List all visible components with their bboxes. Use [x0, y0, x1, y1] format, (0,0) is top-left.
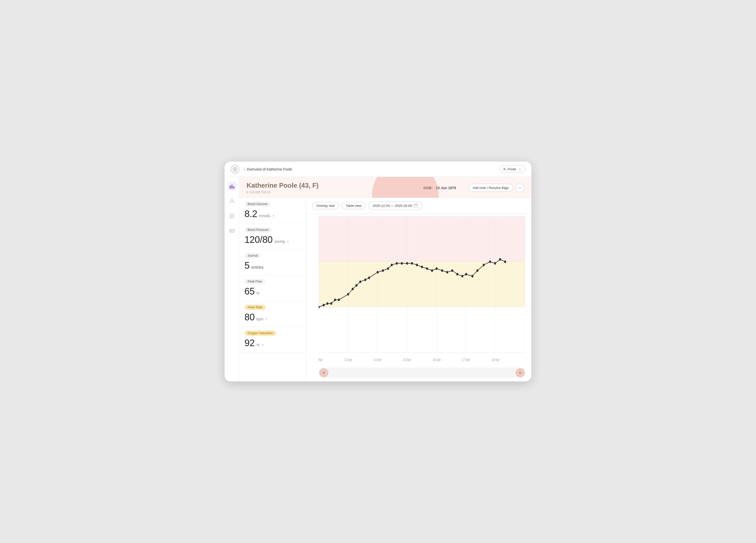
svg-rect-16 — [414, 204, 418, 207]
scroll-handle-right[interactable]: ⦿ — [516, 368, 525, 377]
app-logo — [231, 165, 239, 174]
svg-rect-22 — [319, 307, 525, 352]
svg-point-54 — [359, 280, 361, 283]
vitals-panel: Blood Glucose 8.2 mmol/L ↑ Blood Pressur… — [239, 198, 306, 381]
patient-dob: DOB: 23 Jun 1979 — [424, 186, 458, 190]
svg-rect-4 — [230, 186, 231, 189]
sidebar — [225, 177, 239, 381]
vital-card-journal: Journal 5 entries — [239, 250, 306, 275]
back-arrow-icon: ‹ — [244, 167, 245, 171]
svg-point-63 — [406, 262, 408, 265]
vital-value-blood-pressure: 120/80 mmHg ↑ — [244, 235, 301, 245]
svg-point-62 — [401, 262, 403, 265]
sidebar-item-user[interactable] — [228, 197, 236, 206]
svg-point-59 — [387, 267, 389, 270]
svg-point-74 — [461, 275, 463, 277]
svg-point-57 — [377, 271, 379, 273]
vital-value-oxygen-saturation: 92 % ↑ — [244, 338, 301, 348]
svg-point-47 — [327, 302, 329, 305]
main-area: Katherine Poole (43, F) # 123 456 789 10… — [225, 177, 531, 381]
svg-point-13 — [230, 230, 231, 232]
sidebar-item-chart[interactable] — [228, 182, 236, 191]
svg-text:14 Apr: 14 Apr — [374, 358, 382, 362]
sidebar-item-id[interactable] — [228, 227, 236, 235]
svg-text:13 Apr: 13 Apr — [344, 358, 352, 362]
patient-name: Katherine Poole (43, F) — [247, 182, 413, 190]
date-range-button[interactable]: 2020-12-04 — 2020-18-04 — [368, 202, 422, 210]
svg-text:16 Apr: 16 Apr — [432, 358, 440, 362]
vital-label-peak-flow: Peak Flow — [244, 279, 265, 284]
more-options-button[interactable]: ⋯ — [516, 184, 524, 192]
calendar-icon — [414, 203, 418, 208]
vital-label-blood-glucose: Blood Glucose — [244, 202, 271, 207]
patient-id: # 123 456 789 10 — [247, 191, 413, 194]
svg-point-76 — [471, 275, 473, 277]
dob-label: DOB: — [424, 186, 433, 190]
add-note-button[interactable]: Add note / Resolve flags — [468, 184, 513, 192]
vital-value-journal: 5 entries — [244, 260, 301, 271]
svg-point-67 — [426, 267, 428, 270]
vital-value-peak-flow: 65 % — [244, 286, 301, 297]
overlay-vital-button[interactable]: Overlay vital — [312, 202, 339, 210]
vital-value-blood-glucose: 8.2 mmol/L ↑ — [244, 209, 301, 219]
svg-point-60 — [391, 264, 393, 266]
date-range-text: 2020-12-04 — 2020-18-04 — [373, 204, 412, 208]
patient-header: Katherine Poole (43, F) # 123 456 789 10… — [239, 177, 531, 198]
user-menu-icon: ⋮ — [518, 167, 521, 171]
svg-point-58 — [382, 269, 384, 272]
svg-point-48 — [330, 302, 332, 305]
chart-svg: 100 75 50 25 12 Apr 13 Apr 14 Apr 15 Apr… — [319, 216, 525, 368]
vital-label-heart-rate: Heart Rate — [244, 305, 265, 310]
dob-value: 23 Jun 1979 — [436, 186, 456, 190]
svg-point-51 — [347, 293, 349, 295]
vital-card-blood-pressure: Blood Pressure 120/80 mmHg ↑ — [239, 224, 306, 250]
sidebar-item-notes[interactable] — [228, 212, 236, 221]
svg-rect-5 — [231, 185, 232, 189]
svg-text:18 Apr: 18 Apr — [492, 358, 499, 362]
user-menu[interactable]: K. Poole ⋮ — [500, 166, 525, 173]
svg-point-79 — [489, 260, 491, 263]
svg-point-70 — [441, 269, 443, 272]
svg-point-68 — [431, 269, 433, 272]
svg-point-66 — [421, 266, 423, 268]
svg-point-56 — [368, 276, 370, 279]
svg-point-64 — [411, 262, 413, 265]
svg-point-46 — [323, 304, 325, 306]
user-name: K. Poole — [504, 167, 516, 171]
svg-point-78 — [483, 264, 485, 266]
svg-point-50 — [338, 298, 340, 301]
back-button[interactable]: ‹ Overview of Katherine Poole — [244, 167, 292, 171]
svg-point-80 — [494, 262, 496, 265]
chart-panel: Overlay vital Table view 2020-12-04 — 20… — [306, 198, 531, 381]
svg-point-61 — [396, 262, 398, 265]
svg-point-81 — [499, 258, 501, 261]
svg-text:17 Apr: 17 Apr — [462, 358, 470, 362]
vital-value-heart-rate: 80 bpm ↑ — [244, 312, 301, 322]
scroll-handle-left[interactable]: ⦿ — [319, 368, 328, 377]
svg-point-73 — [456, 273, 458, 275]
svg-text:12 Apr: 12 Apr — [319, 358, 323, 362]
svg-point-53 — [355, 284, 358, 286]
svg-point-82 — [504, 260, 506, 263]
chart-area: 100 75 50 25 12 Apr 13 Apr 14 Apr 15 Apr… — [306, 214, 531, 368]
patient-info: Katherine Poole (43, F) # 123 456 789 10 — [247, 182, 413, 194]
svg-point-77 — [476, 269, 479, 272]
svg-point-52 — [352, 287, 354, 290]
vital-card-peak-flow: Peak Flow 65 % — [239, 275, 306, 301]
svg-rect-20 — [319, 216, 525, 262]
top-bar: ‹ Overview of Katherine Poole K. Poole ⋮ — [225, 162, 531, 177]
svg-point-69 — [436, 267, 438, 270]
table-view-button[interactable]: Table view — [342, 202, 366, 210]
svg-point-75 — [465, 273, 467, 275]
svg-point-1 — [234, 169, 236, 170]
body: Blood Glucose 8.2 mmol/L ↑ Blood Pressur… — [239, 198, 531, 381]
back-label: Overview of Katherine Poole — [247, 167, 292, 171]
content: Katherine Poole (43, F) # 123 456 789 10… — [239, 177, 531, 381]
svg-point-55 — [364, 278, 366, 281]
vital-label-blood-pressure: Blood Pressure — [244, 227, 272, 233]
vital-card-oxygen-saturation: Oxygen Saturation 92 % ↑ — [239, 327, 306, 353]
svg-point-72 — [451, 269, 453, 272]
chart-toolbar: Overlay vital Table view 2020-12-04 — 20… — [306, 198, 531, 214]
chart-scrollbar: ⦿ ⦿ — [319, 368, 525, 378]
vital-card-blood-glucose: Blood Glucose 8.2 mmol/L ↑ — [239, 198, 306, 224]
